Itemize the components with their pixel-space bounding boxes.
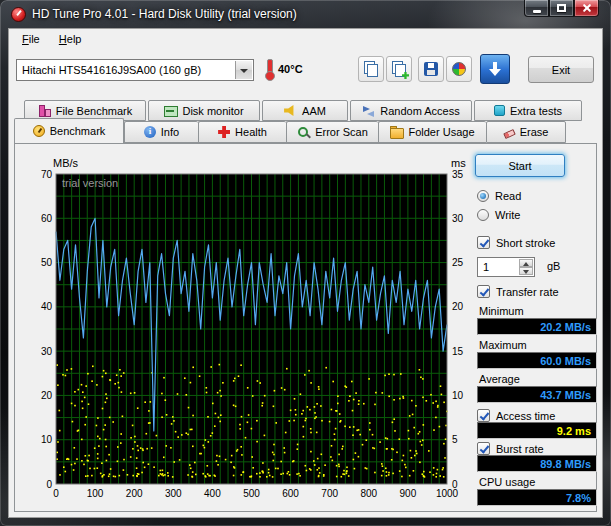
tab-label: Erase xyxy=(520,126,549,138)
copy-pages-icon xyxy=(363,61,379,77)
start-button[interactable]: Start xyxy=(475,154,565,177)
maximize-button[interactable] xyxy=(549,0,574,17)
tab-label: Disk monitor xyxy=(182,105,243,117)
spinner-buttons xyxy=(519,259,533,275)
eraser-icon xyxy=(503,128,516,138)
tab-label: Error Scan xyxy=(315,126,368,138)
thermometer-icon xyxy=(264,59,274,81)
save-screenshot-button[interactable] xyxy=(418,56,444,82)
minimum-value: 20.2 MB/s xyxy=(477,318,597,335)
chevron-down-icon[interactable] xyxy=(235,61,252,79)
tab-random-access[interactable]: Random Access xyxy=(350,100,472,121)
short-stroke-size-value: 1 xyxy=(483,261,489,273)
cpu-usage-label: CPU usage xyxy=(479,476,535,488)
minimize-button[interactable] xyxy=(524,0,549,17)
menu-bar: File Help xyxy=(8,28,603,50)
svg-text:70: 70 xyxy=(41,169,53,180)
tab-folder-usage[interactable]: Folder Usage xyxy=(378,121,486,143)
drive-selector[interactable]: Hitachi HTS541616J9SA00 (160 gB) xyxy=(16,59,254,81)
short-stroke-option: Short stroke xyxy=(477,236,555,249)
exit-button[interactable]: Exit xyxy=(528,56,594,83)
extra-tests-icon xyxy=(494,105,505,116)
access-time-checkbox[interactable] xyxy=(477,409,490,422)
write-label: Write xyxy=(495,209,520,221)
average-label: Average xyxy=(479,373,520,385)
burst-rate-value: 89.8 MB/s xyxy=(477,455,597,472)
tab-aam[interactable]: AAM xyxy=(262,100,348,121)
menu-help[interactable]: Help xyxy=(51,31,90,47)
copy-results-button[interactable] xyxy=(386,56,412,82)
tab-benchmark[interactable]: Benchmark xyxy=(14,118,124,143)
burst-rate-label: Burst rate xyxy=(496,443,544,455)
spin-up-button[interactable] xyxy=(519,259,533,267)
burst-rate-option: Burst rate xyxy=(477,442,544,455)
color-wheel-icon xyxy=(452,62,466,76)
short-stroke-unit-label: gB xyxy=(547,260,560,272)
copy-pages-add-icon xyxy=(391,61,407,77)
screenshot-colors-button[interactable] xyxy=(446,56,472,82)
copy-screenshot-button[interactable] xyxy=(358,56,384,82)
maximum-label: Maximum xyxy=(479,339,527,351)
svg-text:0: 0 xyxy=(46,479,52,490)
svg-text:ms: ms xyxy=(451,157,466,169)
svg-text:50: 50 xyxy=(41,257,53,268)
info-icon xyxy=(144,126,156,138)
svg-text:600: 600 xyxy=(282,488,299,499)
menu-file[interactable]: File xyxy=(14,31,48,47)
tab-disk-monitor[interactable]: Disk monitor xyxy=(148,100,260,121)
short-stroke-size-input[interactable]: 1 xyxy=(477,257,535,277)
svg-text:60: 60 xyxy=(41,213,53,224)
access-time-option: Access time xyxy=(477,409,555,422)
read-radio[interactable] xyxy=(477,190,489,202)
tab-label: File Benchmark xyxy=(56,105,132,117)
tab-extra-tests[interactable]: Extra tests xyxy=(474,100,582,121)
benchmark-tab-panel: trial versionMB/sms010203040506070051015… xyxy=(14,143,597,512)
read-label: Read xyxy=(495,190,521,202)
spin-down-button[interactable] xyxy=(519,267,533,275)
svg-text:20: 20 xyxy=(41,390,53,401)
tab-label: Extra tests xyxy=(510,105,562,117)
tab-error-scan[interactable]: Error Scan xyxy=(286,121,378,143)
floppy-disk-icon xyxy=(424,62,438,76)
short-stroke-checkbox[interactable] xyxy=(477,236,490,249)
svg-text:MB/s: MB/s xyxy=(53,157,79,169)
tab-label: Health xyxy=(235,126,267,138)
folder-icon xyxy=(390,126,403,138)
close-button[interactable] xyxy=(574,0,599,17)
transfer-rate-checkbox[interactable] xyxy=(477,285,490,298)
tab-info[interactable]: Info xyxy=(124,121,198,143)
benchmark-gauge-icon xyxy=(33,125,45,137)
tab-label: Benchmark xyxy=(50,125,106,137)
health-cross-icon xyxy=(218,126,230,138)
svg-text:100: 100 xyxy=(87,488,104,499)
average-value: 43.7 MB/s xyxy=(477,386,597,403)
check-updates-button[interactable] xyxy=(480,54,510,84)
drive-selector-value: Hitachi HTS541616J9SA00 (160 gB) xyxy=(22,64,201,76)
svg-text:trial version: trial version xyxy=(62,177,118,189)
svg-text:35: 35 xyxy=(452,169,464,180)
svg-text:15: 15 xyxy=(452,346,464,357)
access-time-value: 9.2 ms xyxy=(477,422,597,439)
svg-text:200: 200 xyxy=(126,488,143,499)
cpu-usage-value: 7.8% xyxy=(477,489,597,506)
tab-erase[interactable]: Erase xyxy=(486,121,566,143)
svg-text:5: 5 xyxy=(452,434,458,445)
svg-text:800: 800 xyxy=(360,488,377,499)
svg-text:500: 500 xyxy=(243,488,260,499)
disk-monitor-icon xyxy=(164,105,177,117)
window-controls xyxy=(524,0,599,17)
svg-text:900: 900 xyxy=(400,488,417,499)
write-mode-option: Write xyxy=(477,209,520,221)
svg-text:700: 700 xyxy=(321,488,338,499)
file-benchmark-icon xyxy=(38,105,51,117)
svg-text:1000: 1000 xyxy=(436,488,459,499)
title-bar[interactable]: HD Tune Pro 4.01 - Hard Disk Utility (tr… xyxy=(0,0,611,28)
burst-rate-checkbox[interactable] xyxy=(477,442,490,455)
drive-temperature: 40°C xyxy=(278,63,303,75)
client-area: File Help Hitachi HTS541616J9SA00 (160 g… xyxy=(8,28,603,518)
tab-label: AAM xyxy=(302,105,326,117)
maximize-icon xyxy=(557,4,566,12)
write-radio[interactable] xyxy=(477,209,489,221)
tab-health[interactable]: Health xyxy=(198,121,286,143)
app-window: HD Tune Pro 4.01 - Hard Disk Utility (tr… xyxy=(0,0,611,526)
